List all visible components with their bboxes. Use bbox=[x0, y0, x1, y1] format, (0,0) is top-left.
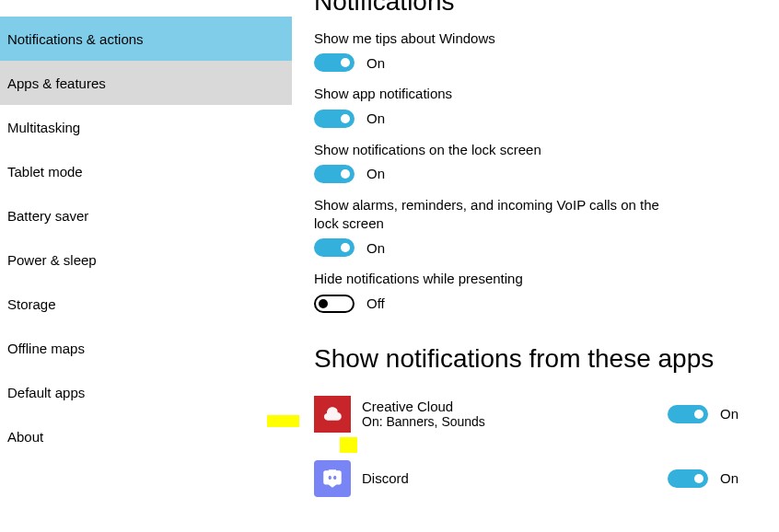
sidebar-item-multitasking[interactable]: Multitasking bbox=[0, 105, 292, 149]
sidebar-item-label: Storage bbox=[7, 296, 56, 312]
sidebar-item-notifications-actions[interactable]: Notifications & actions bbox=[0, 17, 292, 61]
sidebar-item-power-sleep[interactable]: Power & sleep bbox=[0, 237, 292, 282]
setting-label: Show app notifications bbox=[314, 85, 682, 103]
sidebar-item-storage[interactable]: Storage bbox=[0, 282, 292, 326]
sidebar-item-tablet-mode[interactable]: Tablet mode bbox=[0, 149, 292, 193]
toggle-knob bbox=[319, 299, 328, 308]
toggle-knob bbox=[694, 474, 703, 483]
toggle-knob bbox=[341, 58, 350, 67]
toggle-state-label: On bbox=[720, 470, 738, 486]
sidebar-item-label: Multitasking bbox=[7, 120, 80, 135]
app-row-creative-cloud[interactable]: Creative Cloud On: Banners, Sounds On bbox=[314, 396, 757, 433]
toggle-state-label: Off bbox=[366, 295, 385, 311]
setting-label: Show notifications on the lock screen bbox=[314, 141, 682, 159]
toggle-app-creative-cloud[interactable] bbox=[668, 405, 708, 423]
settings-sidebar: Notifications & actions Apps & features … bbox=[0, 0, 292, 532]
sidebar-item-apps-features[interactable]: Apps & features bbox=[0, 61, 292, 105]
sidebar-item-label: Tablet mode bbox=[7, 164, 83, 179]
discord-icon bbox=[314, 460, 351, 497]
sidebar-item-label: Offline maps bbox=[7, 341, 85, 356]
toggle-alarms-lock-screen[interactable] bbox=[314, 238, 355, 257]
sidebar-item-label: Apps & features bbox=[7, 75, 106, 91]
toggle-knob bbox=[341, 243, 350, 252]
sidebar-item-battery-saver[interactable]: Battery saver bbox=[0, 193, 292, 237]
toggle-knob bbox=[341, 169, 350, 179]
toggle-show-app-notifications[interactable] bbox=[314, 110, 355, 128]
sidebar-item-label: Power & sleep bbox=[7, 252, 97, 268]
toggle-hide-while-presenting[interactable] bbox=[314, 295, 355, 313]
setting-show-tips: Show me tips about Windows On bbox=[314, 29, 757, 72]
main-content: Notifications Show me tips about Windows… bbox=[292, 0, 779, 532]
app-name: Discord bbox=[362, 470, 657, 486]
app-name: Creative Cloud bbox=[362, 399, 657, 414]
app-row-discord[interactable]: Discord On bbox=[314, 460, 757, 497]
sidebar-item-about[interactable]: About bbox=[0, 414, 292, 458]
highlight-artifact bbox=[340, 437, 357, 453]
sidebar-item-default-apps[interactable]: Default apps bbox=[0, 370, 292, 414]
setting-label: Show alarms, reminders, and incoming VoI… bbox=[314, 196, 682, 234]
setting-alarms-lock-screen: Show alarms, reminders, and incoming VoI… bbox=[314, 196, 757, 258]
highlight-artifact bbox=[267, 415, 299, 427]
toggle-lock-screen-notifications[interactable] bbox=[314, 165, 355, 183]
setting-show-app-notifications: Show app notifications On bbox=[314, 85, 757, 127]
toggle-knob bbox=[694, 410, 703, 419]
app-sub: On: Banners, Sounds bbox=[362, 414, 657, 429]
setting-label: Show me tips about Windows bbox=[314, 29, 682, 48]
sidebar-item-label: Notifications & actions bbox=[7, 31, 144, 47]
creative-cloud-icon bbox=[314, 396, 351, 433]
setting-hide-while-presenting: Hide notifications while presenting Off bbox=[314, 270, 757, 312]
toggle-knob bbox=[341, 114, 350, 123]
setting-lock-screen-notifications: Show notifications on the lock screen On bbox=[314, 141, 757, 183]
sidebar-item-label: Battery saver bbox=[7, 208, 88, 224]
toggle-state-label: On bbox=[366, 166, 385, 181]
page-title: Notifications bbox=[314, 0, 757, 17]
sidebar-item-label: About bbox=[7, 429, 43, 445]
toggle-state-label: On bbox=[366, 240, 385, 256]
sidebar-item-offline-maps[interactable]: Offline maps bbox=[0, 326, 292, 370]
setting-label: Hide notifications while presenting bbox=[314, 270, 682, 288]
sidebar-item-label: Default apps bbox=[7, 385, 85, 400]
toggle-show-tips[interactable] bbox=[314, 53, 355, 72]
toggle-state-label: On bbox=[366, 55, 385, 71]
toggle-state-label: On bbox=[720, 406, 738, 422]
toggle-state-label: On bbox=[366, 110, 385, 126]
toggle-app-discord[interactable] bbox=[668, 469, 708, 488]
section-title-apps: Show notifications from these apps bbox=[314, 344, 757, 374]
